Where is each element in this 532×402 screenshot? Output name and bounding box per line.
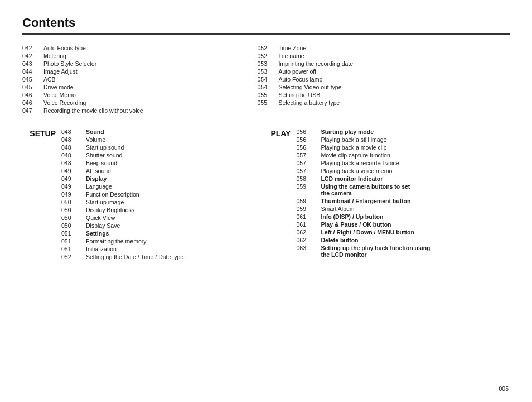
list-item: 048Sound — [61, 128, 240, 135]
top-right-column: 052Time Zone052File name053Imprinting th… — [252, 45, 510, 115]
entry-number: 058 — [296, 175, 321, 182]
entry-text: Setting up the play back function usingt… — [321, 245, 510, 258]
list-item: 048Volume — [61, 136, 240, 143]
entry-text: Volume — [86, 136, 240, 143]
entry-number: 057 — [296, 152, 321, 159]
entry-text: Playing back a movie clip — [321, 144, 510, 151]
entry-text: Voice Recording — [43, 99, 240, 106]
entry-number: 055 — [257, 99, 278, 106]
list-item: 058LCD monitor Indicator — [296, 175, 510, 182]
entry-text: Thumbnail / Enlargement button — [321, 198, 510, 204]
entry-number: 042 — [22, 45, 43, 51]
entry-number: 050 — [61, 199, 86, 205]
entry-number: 053 — [257, 68, 278, 75]
entry-number: 054 — [257, 84, 278, 90]
entry-number: 054 — [257, 76, 278, 83]
list-item: 056Starting play mode — [296, 128, 510, 135]
entry-text: Drive mode — [43, 84, 240, 90]
list-item: 046Voice Recording — [22, 99, 240, 106]
list-item: 052Setting up the Date / Time / Date typ… — [61, 253, 240, 260]
entry-text: Starting play mode — [321, 128, 510, 135]
entry-text: Playing back a voice memo — [321, 168, 510, 174]
list-item: 046Voice Memo — [22, 92, 240, 98]
list-item: 052Time Zone — [257, 45, 510, 51]
entry-text: Movie clip capture function — [321, 152, 510, 159]
list-item: 042Auto Focus type — [22, 45, 240, 51]
setup-label: SETUP — [22, 128, 56, 138]
list-item: 049AF sound — [61, 168, 240, 174]
entry-text: Setting the USB — [278, 92, 510, 98]
entry-number: 063 — [296, 245, 321, 251]
list-item: 044Image Adjust — [22, 68, 240, 75]
entry-number: 049 — [61, 175, 86, 182]
list-item: 054Auto Focus lamp — [257, 76, 510, 83]
entry-number: 059 — [296, 198, 321, 204]
list-item: 043Photo Style Selector — [22, 60, 240, 67]
entry-text: Beep sound — [86, 160, 240, 166]
list-item: 047Recording the movie clip without voic… — [22, 107, 240, 114]
list-item: 048Beep sound — [61, 160, 240, 166]
list-item: 057Movie clip capture function — [296, 152, 510, 159]
entry-text: Setting up the Date / Time / Date type — [86, 253, 240, 260]
list-item: 053Auto power off — [257, 68, 510, 75]
entry-text: Selecting a battery type — [278, 99, 510, 106]
entry-number: 050 — [61, 222, 86, 229]
list-item: 050Start up image — [61, 199, 240, 205]
entry-number: 047 — [22, 107, 43, 114]
entry-number: 050 — [61, 214, 86, 221]
setup-play-area: SETUP 048Sound048Volume048Start up sound… — [22, 128, 510, 261]
entry-number: 056 — [296, 144, 321, 151]
entry-text: Delete button — [321, 237, 510, 243]
entry-text: Metering — [43, 52, 240, 59]
header: Contents — [22, 16, 510, 35]
entry-text: Using the camera buttons to setthe camer… — [321, 183, 510, 197]
entry-text: Auto Focus lamp — [278, 76, 510, 83]
entry-number: 056 — [296, 128, 321, 135]
entry-number: 052 — [61, 253, 86, 260]
list-item: 051Formatting the memory — [61, 238, 240, 245]
entry-text: Playing back a recorded voice — [321, 160, 510, 166]
entry-text: Language — [86, 183, 240, 190]
entry-number: 045 — [22, 84, 43, 90]
entry-number: 052 — [257, 45, 278, 51]
entry-number: 048 — [61, 160, 86, 166]
entry-number: 062 — [296, 229, 321, 236]
entry-text: Left / Right / Down / MENU button — [321, 229, 510, 236]
list-item: 048Shutter sound — [61, 152, 240, 159]
entry-text: Quick View — [86, 214, 240, 221]
entry-number: 048 — [61, 136, 86, 143]
entry-number: 061 — [296, 213, 321, 220]
entry-number: 048 — [61, 144, 86, 151]
list-item: 050Display Save — [61, 222, 240, 229]
list-item: 056Playing back a movie clip — [296, 144, 510, 151]
list-item: 045Drive mode — [22, 84, 240, 90]
list-item: 051Initialization — [61, 246, 240, 252]
list-item: 057Playing back a voice memo — [296, 168, 510, 174]
entry-text: ACB — [43, 76, 240, 83]
list-item: 050Quick View — [61, 214, 240, 221]
entry-number: 057 — [296, 160, 321, 166]
entry-number: 044 — [22, 68, 43, 75]
list-item: 055Selecting a battery type — [257, 99, 510, 106]
list-item: 050Display Brightness — [61, 207, 240, 213]
entry-text: AF sound — [86, 168, 240, 174]
list-item: 048Start up sound — [61, 144, 240, 151]
entry-number: 049 — [61, 183, 86, 190]
page: Contents 042Auto Focus type042Metering04… — [0, 0, 532, 402]
entry-text: Initialization — [86, 246, 240, 252]
top-content: 042Auto Focus type042Metering043Photo St… — [22, 45, 510, 115]
entry-number: 055 — [257, 92, 278, 98]
page-title: Contents — [22, 16, 510, 30]
list-item: 062Left / Right / Down / MENU button — [296, 229, 510, 236]
page-number: 005 — [499, 385, 509, 392]
list-item: 051Settings — [61, 230, 240, 237]
list-item: 059Using the camera buttons to setthe ca… — [296, 183, 510, 197]
entry-text: Auto Focus type — [43, 45, 240, 51]
entry-text: LCD monitor Indicator — [321, 175, 510, 182]
list-item: 049Function Description — [61, 191, 240, 198]
entry-text: Photo Style Selector — [43, 60, 240, 67]
entry-number: 059 — [296, 205, 321, 212]
entry-number: 059 — [296, 183, 321, 190]
entry-text: File name — [278, 52, 510, 59]
entry-number: 052 — [257, 52, 278, 59]
